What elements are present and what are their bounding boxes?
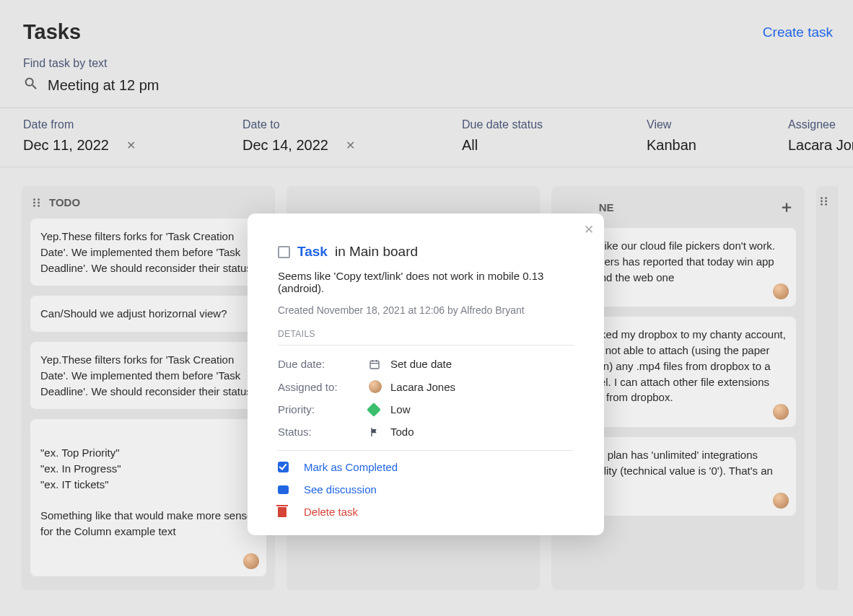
column-middle-header: [286, 186, 540, 206]
drag-handle-icon[interactable]: [819, 196, 829, 206]
search-icon: [23, 76, 39, 94]
svg-point-0: [33, 198, 35, 201]
svg-point-4: [33, 204, 35, 206]
column-todo-cards: Yep.These filters forks for 'Task Creati…: [22, 219, 275, 576]
task-card[interactable]: Can/Should we adjust horizornal view?: [30, 296, 266, 332]
search-block: Find task by text: [0, 50, 853, 107]
detail-due-date[interactable]: Due date: Set due date: [278, 353, 574, 375]
assignee-avatar: [773, 404, 789, 420]
detail-assigned[interactable]: Assigned to: Lacara Jones: [278, 375, 574, 398]
svg-point-7: [825, 197, 827, 199]
priority-icon: [369, 405, 386, 415]
assignee-avatar: [243, 553, 259, 569]
filter-date-from-label: Date from: [23, 118, 195, 131]
filter-view-value: Kanban: [647, 137, 696, 154]
svg-point-6: [821, 197, 823, 199]
detail-assigned-label: Assigned to:: [278, 381, 369, 393]
column-todo-title: TODO: [49, 196, 80, 208]
svg-point-9: [825, 201, 827, 203]
see-discussion-action[interactable]: See discussion: [278, 483, 574, 496]
delete-task-label: Delete task: [304, 506, 358, 518]
task-card[interactable]: Yep.These filters forks for 'Task Creati…: [30, 219, 266, 286]
filter-date-from-value: Dec 11, 2022: [23, 137, 109, 154]
filter-due-status-value: All: [462, 137, 478, 154]
detail-priority-value: Low: [390, 403, 411, 415]
filter-assignee-value: Lacara Jones: [788, 137, 853, 154]
page-header: Tasks Create task: [0, 0, 853, 50]
calendar-icon: [369, 358, 386, 370]
delete-task-action[interactable]: Delete task: [278, 506, 574, 518]
task-card-text: "ex. Top Priority" "ex. In Progress" "ex…: [40, 446, 253, 537]
search-row: [23, 76, 830, 94]
task-complete-checkbox[interactable]: [278, 246, 290, 258]
assignee-avatar: [773, 493, 789, 509]
filter-assignee[interactable]: Assignee Lacara Jones ✕: [788, 118, 853, 154]
detail-status-label: Status:: [278, 426, 369, 438]
detail-priority-label: Priority:: [278, 403, 369, 415]
detail-assigned-value: Lacara Jones: [390, 381, 455, 393]
filter-assignee-label: Assignee: [788, 118, 853, 131]
details-header: DETAILS: [278, 329, 574, 346]
trash-icon: [278, 507, 291, 517]
svg-point-3: [38, 201, 40, 203]
filter-due-status-label: Due date status: [462, 118, 599, 131]
task-card[interactable]: "ex. Top Priority" "ex. In Progress" "ex…: [30, 419, 266, 576]
detail-due-date-value: Set due date: [390, 358, 452, 370]
close-icon[interactable]: ✕: [584, 222, 594, 237]
mark-completed-action[interactable]: Mark as Completed: [278, 461, 574, 473]
chat-icon: [278, 485, 291, 494]
column-peek: [816, 186, 838, 590]
search-label: Find task by text: [23, 57, 830, 70]
task-card-text: Can/Should we adjust horizornal view?: [40, 307, 227, 320]
see-discussion-label: See discussion: [304, 483, 377, 496]
svg-point-2: [33, 201, 35, 203]
column-todo: TODO Yep.These filters forks for 'Task C…: [22, 186, 275, 590]
assignee-avatar-icon: [369, 380, 386, 393]
filter-bar: Date from Dec 11, 2022 ✕ Date to Dec 14,…: [0, 107, 853, 167]
filter-date-to-label: Date to: [242, 118, 414, 131]
task-board-location: in Main board: [335, 244, 418, 260]
create-task-link[interactable]: Create task: [763, 25, 833, 40]
search-input[interactable]: [48, 77, 336, 94]
task-card-text: Yep.These filters forks for 'Task Creati…: [40, 353, 255, 397]
detail-status[interactable]: Status: Todo: [278, 421, 574, 443]
add-card-button[interactable]: ＋: [779, 196, 795, 218]
flag-icon: [369, 426, 386, 438]
detail-priority[interactable]: Priority: Low: [278, 398, 574, 421]
drag-handle-icon[interactable]: [32, 198, 42, 208]
filter-date-to[interactable]: Date to Dec 14, 2022 ✕: [242, 118, 414, 154]
svg-point-5: [38, 204, 40, 206]
filter-view-label: View: [647, 118, 740, 131]
task-type-link[interactable]: Task: [297, 244, 328, 260]
svg-point-11: [825, 203, 827, 206]
task-card-text: Yep.These filters forks for 'Task Creati…: [40, 230, 255, 274]
filter-due-status[interactable]: Due date status All: [462, 118, 599, 154]
task-card[interactable]: Yep.These filters forks for 'Task Creati…: [30, 342, 266, 409]
task-created-meta: Created November 18, 2021 at 12:06 by Al…: [278, 304, 574, 316]
svg-point-10: [821, 203, 823, 206]
mark-completed-label: Mark as Completed: [304, 461, 398, 473]
page-title: Tasks: [23, 20, 81, 44]
column-todo-header: TODO: [22, 186, 275, 219]
modal-actions: Mark as Completed See discussion Delete …: [278, 450, 574, 518]
filter-date-from[interactable]: Date from Dec 11, 2022 ✕: [23, 118, 195, 154]
filter-view[interactable]: View Kanban: [647, 118, 740, 154]
tasks-page: Tasks Create task Find task by text Date…: [0, 0, 853, 616]
check-icon: [278, 462, 291, 472]
task-detail-modal: ✕ Task in Main board Seems like 'Copy te…: [248, 214, 604, 535]
filter-date-to-value: Dec 14, 2022: [242, 137, 328, 154]
detail-status-value: Todo: [390, 426, 414, 438]
column-done-title-suffix: NE: [599, 201, 614, 214]
modal-title-row: Task in Main board: [278, 244, 574, 260]
clear-date-from-icon[interactable]: ✕: [126, 138, 136, 152]
svg-rect-12: [370, 361, 379, 369]
svg-point-1: [38, 198, 40, 201]
detail-due-date-label: Due date:: [278, 358, 369, 370]
assignee-avatar: [773, 283, 789, 299]
task-description: Seems like 'Copy text/link' does not wor…: [278, 270, 574, 294]
svg-point-8: [821, 201, 823, 203]
clear-date-to-icon[interactable]: ✕: [346, 138, 355, 152]
